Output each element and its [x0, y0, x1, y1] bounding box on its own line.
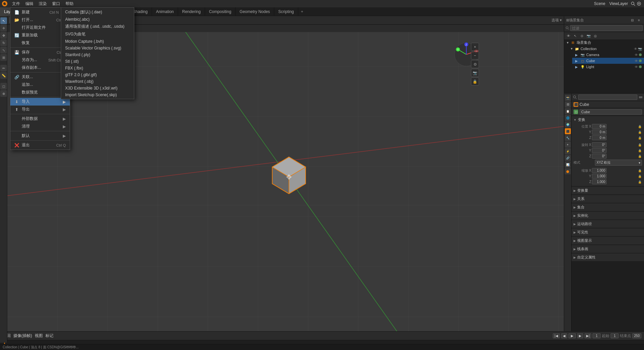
ol-select-icon[interactable]: ↖: [572, 33, 578, 39]
sidebar-rotate[interactable]: ↻: [0, 39, 7, 46]
render-props-icon[interactable]: 📸: [565, 95, 571, 101]
zoom-in-btn[interactable]: +: [471, 43, 479, 51]
menu-quit[interactable]: ❌ 退出 Ctrl Q: [10, 141, 70, 149]
import-gltf[interactable]: glTF 2.0 (.glb/.gtf): [61, 71, 134, 78]
constraints-props-icon[interactable]: 🔗: [565, 155, 571, 161]
outliner-item-camera[interactable]: ▶ 📷 Camera 👁: [572, 52, 644, 58]
scale-y-field[interactable]: 1.000: [592, 174, 607, 179]
prev-frame-btn[interactable]: ◀: [561, 333, 567, 338]
pos-y-field[interactable]: 0 m: [592, 130, 607, 135]
viewport-display-header[interactable]: ▶ 视图显示: [572, 237, 644, 244]
ol-view-icon[interactable]: 👁: [566, 33, 572, 39]
transform-delta-header[interactable]: ▶ 变换量: [572, 187, 644, 194]
world-props-icon[interactable]: 🌍: [565, 122, 571, 128]
physics-props-icon[interactable]: ⚡: [565, 148, 571, 154]
sidebar-transform[interactable]: ⊞: [0, 54, 7, 61]
rot-x-field[interactable]: 0°: [592, 142, 607, 147]
scale-z-field[interactable]: 1.000: [592, 179, 607, 184]
menu-help[interactable]: 帮助: [63, 0, 76, 7]
props-expand-icon[interactable]: [639, 95, 643, 99]
scale-x-lock[interactable]: 🔒: [638, 169, 643, 172]
search-icon[interactable]: [631, 1, 635, 6]
import-svg[interactable]: Scalable Vector Graphics (.svg): [61, 45, 134, 51]
pos-y-lock[interactable]: 🔒: [638, 131, 643, 134]
custom-props-header[interactable]: ▶ 自定义属性: [572, 253, 644, 261]
material-props-icon[interactable]: ⬤: [565, 168, 571, 174]
props-search-input[interactable]: [578, 95, 637, 100]
lock-view-btn[interactable]: 🔒: [471, 77, 479, 85]
cube-render-icon[interactable]: [639, 59, 642, 62]
camera-visibility-icon[interactable]: 👁: [635, 53, 638, 57]
data-props-icon[interactable]: 📊: [565, 162, 571, 168]
tab-scripting[interactable]: Scripting: [274, 7, 298, 16]
mode-label[interactable]: 摄像(插帧): [13, 333, 32, 339]
motion-path-header[interactable]: ▶ 运动路径: [572, 220, 644, 228]
sidebar-move[interactable]: ✥: [0, 32, 7, 39]
viewport-option[interactable]: 选项 ▾: [551, 18, 562, 23]
particles-props-icon[interactable]: ✦: [565, 142, 571, 148]
outliner-item-light[interactable]: ▶ 💡 Light 👁: [572, 64, 644, 70]
menu-export[interactable]: ⬆ 导出 ▶: [10, 106, 70, 113]
view-label[interactable]: 视图: [35, 333, 43, 339]
import-fbx[interactable]: FBX (.fbx): [61, 65, 134, 71]
menu-file[interactable]: 文件: [9, 0, 23, 7]
view-layer-props-icon[interactable]: 📋: [565, 108, 571, 114]
menu-window[interactable]: 窗口: [49, 0, 63, 7]
pos-x-field[interactable]: 0 m: [592, 124, 607, 129]
goto-end-btn[interactable]: ▶|: [585, 333, 592, 338]
rot-y-lock[interactable]: 🔒: [638, 149, 643, 152]
scene-props-icon[interactable]: 🌐: [565, 115, 571, 121]
scale-y-lock[interactable]: 🔒: [638, 175, 643, 178]
import-x3d[interactable]: X3D Extensible 3D (.x3d/.wrl): [61, 85, 134, 92]
line-art-header[interactable]: ▶ 线条画: [572, 245, 644, 253]
import-svg-pencil[interactable]: SVG为曲笔: [61, 30, 134, 38]
import-bvh[interactable]: Motion Capture (.bvh): [61, 38, 134, 45]
sidebar-annotate[interactable]: ✏: [0, 65, 7, 71]
sidebar-scale[interactable]: ⤡: [0, 47, 7, 53]
import-ply[interactable]: Stanford (.ply): [61, 51, 134, 58]
zoom-out-btn[interactable]: −: [471, 51, 479, 59]
play-btn[interactable]: ▶: [569, 333, 576, 338]
sidebar-select[interactable]: ↖: [0, 17, 7, 24]
next-frame-btn[interactable]: ▶: [577, 333, 583, 338]
markers-label[interactable]: 标记: [45, 333, 53, 339]
outliner-item-cube[interactable]: ▶ ◻ Cube 👁: [572, 58, 644, 64]
outliner-search-input[interactable]: [570, 25, 643, 31]
relations-header[interactable]: ▶ 关系: [572, 195, 644, 203]
add-workspace-tab[interactable]: +: [298, 9, 306, 14]
outliner-item-scene-collection[interactable]: ▼ ⊞ 场景集合: [564, 39, 644, 46]
rot-mode-select[interactable]: XYZ 欧拉 ▾: [595, 160, 642, 166]
import-alembic[interactable]: Alembic(.abc): [61, 16, 134, 23]
outliner-filter-icon[interactable]: ⊟: [629, 17, 635, 23]
menu-defaults[interactable]: 默认 ▶: [10, 132, 70, 140]
cube-visibility-icon[interactable]: 👁: [635, 59, 638, 63]
settings-icon[interactable]: [637, 1, 641, 6]
light-visibility-icon[interactable]: 👁: [635, 65, 638, 69]
scale-x-field[interactable]: 1.000: [592, 168, 607, 173]
props-search-icon[interactable]: [573, 95, 577, 99]
collection-visibility-icon[interactable]: 👁: [634, 47, 637, 51]
modifier-props-icon[interactable]: 🔧: [565, 135, 571, 141]
goto-start-btn[interactable]: |◀: [553, 333, 560, 338]
import-obj[interactable]: Wavefront (.obj): [61, 78, 134, 85]
visibility-header[interactable]: ▶ 可见性: [572, 228, 644, 236]
mesh-name-input[interactable]: Cube: [580, 109, 642, 115]
pos-z-lock[interactable]: 🔒: [638, 136, 643, 140]
outliner-display-icon[interactable]: ≡: [636, 17, 642, 23]
pos-z-field[interactable]: 0 m: [592, 135, 607, 140]
camera-render-icon[interactable]: [639, 53, 642, 56]
rot-y-field[interactable]: 0°: [592, 148, 607, 153]
start-frame-display[interactable]: 1: [611, 333, 619, 338]
ol-holdout-icon[interactable]: ◎: [592, 33, 598, 39]
collection-header[interactable]: ▶ 集合: [572, 203, 644, 211]
tab-geometry-nodes[interactable]: Geometry Nodes: [235, 7, 274, 16]
end-frame-display[interactable]: 250: [632, 333, 641, 338]
tab-rendering[interactable]: Rendering: [178, 7, 205, 16]
focus-btn[interactable]: ⊙: [471, 60, 479, 68]
import-collada[interactable]: Collada (默认) (.dae): [61, 8, 134, 16]
output-props-icon[interactable]: 🖼: [565, 102, 571, 108]
sidebar-add-object[interactable]: ⊕: [0, 90, 7, 97]
3d-cube[interactable]: [259, 147, 312, 200]
tab-compositing[interactable]: Compositing: [205, 7, 236, 16]
rot-x-lock[interactable]: 🔒: [638, 143, 643, 147]
